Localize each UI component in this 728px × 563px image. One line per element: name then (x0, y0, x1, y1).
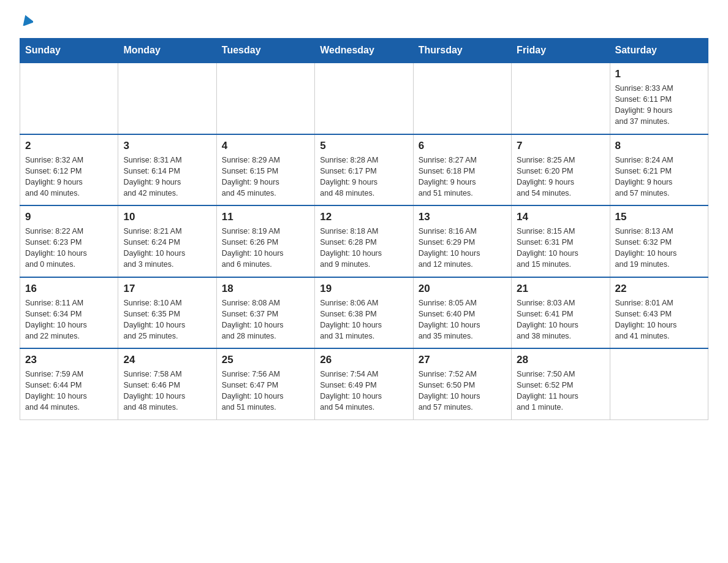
day-number: 1 (615, 68, 703, 80)
logo-triangle-icon (21, 13, 33, 26)
day-info: Sunrise: 8:29 AM Sunset: 6:15 PM Dayligh… (222, 155, 309, 199)
calendar-cell: 9Sunrise: 8:22 AM Sunset: 6:23 PM Daylig… (20, 205, 118, 277)
calendar-cell: 6Sunrise: 8:27 AM Sunset: 6:18 PM Daylig… (413, 134, 511, 206)
day-info: Sunrise: 8:16 AM Sunset: 6:29 PM Dayligh… (419, 226, 506, 270)
weekday-header-wednesday: Wednesday (315, 39, 413, 63)
calendar-cell (118, 63, 216, 134)
weekday-header-friday: Friday (512, 39, 610, 63)
day-info: Sunrise: 7:58 AM Sunset: 6:46 PM Dayligh… (123, 369, 211, 413)
logo (20, 15, 33, 27)
day-number: 27 (419, 354, 506, 366)
day-info: Sunrise: 8:01 AM Sunset: 6:43 PM Dayligh… (615, 297, 703, 342)
day-info: Sunrise: 8:11 AM Sunset: 6:34 PM Dayligh… (25, 297, 113, 342)
day-info: Sunrise: 8:28 AM Sunset: 6:17 PM Dayligh… (320, 155, 408, 199)
calendar-body: 1Sunrise: 8:33 AM Sunset: 6:11 PM Daylig… (20, 63, 708, 419)
calendar-cell: 5Sunrise: 8:28 AM Sunset: 6:17 PM Daylig… (315, 134, 413, 206)
calendar-cell: 8Sunrise: 8:24 AM Sunset: 6:21 PM Daylig… (610, 134, 708, 206)
weekday-header-row: SundayMondayTuesdayWednesdayThursdayFrid… (20, 39, 708, 63)
week-row-2: 2Sunrise: 8:32 AM Sunset: 6:12 PM Daylig… (20, 134, 708, 206)
weekday-header-sunday: Sunday (20, 39, 118, 63)
day-info: Sunrise: 8:03 AM Sunset: 6:41 PM Dayligh… (517, 297, 604, 342)
calendar-cell: 28Sunrise: 7:50 AM Sunset: 6:52 PM Dayli… (512, 348, 610, 419)
day-number: 13 (419, 211, 506, 223)
day-info: Sunrise: 8:31 AM Sunset: 6:14 PM Dayligh… (123, 155, 211, 199)
calendar-cell: 7Sunrise: 8:25 AM Sunset: 6:20 PM Daylig… (512, 134, 610, 206)
page-header (20, 15, 708, 27)
day-info: Sunrise: 8:25 AM Sunset: 6:20 PM Dayligh… (517, 155, 604, 199)
weekday-header-tuesday: Tuesday (216, 39, 314, 63)
day-number: 10 (123, 211, 211, 223)
calendar-cell (512, 63, 610, 134)
calendar-cell (315, 63, 413, 134)
calendar-cell: 15Sunrise: 8:13 AM Sunset: 6:32 PM Dayli… (610, 205, 708, 277)
calendar-header: SundayMondayTuesdayWednesdayThursdayFrid… (20, 39, 708, 63)
day-number: 20 (419, 283, 506, 295)
day-number: 5 (320, 140, 408, 152)
calendar-cell: 24Sunrise: 7:58 AM Sunset: 6:46 PM Dayli… (118, 348, 216, 419)
day-info: Sunrise: 7:59 AM Sunset: 6:44 PM Dayligh… (25, 369, 113, 413)
calendar-cell (610, 348, 708, 419)
day-info: Sunrise: 7:52 AM Sunset: 6:50 PM Dayligh… (419, 369, 506, 413)
svg-marker-0 (21, 13, 33, 26)
calendar-cell: 3Sunrise: 8:31 AM Sunset: 6:14 PM Daylig… (118, 134, 216, 206)
day-info: Sunrise: 7:54 AM Sunset: 6:49 PM Dayligh… (320, 369, 408, 413)
day-number: 15 (615, 211, 703, 223)
day-info: Sunrise: 8:27 AM Sunset: 6:18 PM Dayligh… (419, 155, 506, 199)
day-info: Sunrise: 8:19 AM Sunset: 6:26 PM Dayligh… (222, 226, 309, 270)
day-info: Sunrise: 8:18 AM Sunset: 6:28 PM Dayligh… (320, 226, 408, 270)
day-number: 11 (222, 211, 309, 223)
calendar-cell: 1Sunrise: 8:33 AM Sunset: 6:11 PM Daylig… (610, 63, 708, 134)
calendar-cell: 11Sunrise: 8:19 AM Sunset: 6:26 PM Dayli… (216, 205, 314, 277)
calendar-cell: 25Sunrise: 7:56 AM Sunset: 6:47 PM Dayli… (216, 348, 314, 419)
calendar-cell: 26Sunrise: 7:54 AM Sunset: 6:49 PM Dayli… (315, 348, 413, 419)
day-info: Sunrise: 8:15 AM Sunset: 6:31 PM Dayligh… (517, 226, 604, 270)
calendar-cell: 2Sunrise: 8:32 AM Sunset: 6:12 PM Daylig… (20, 134, 118, 206)
day-info: Sunrise: 8:06 AM Sunset: 6:38 PM Dayligh… (320, 297, 408, 342)
day-info: Sunrise: 8:32 AM Sunset: 6:12 PM Dayligh… (25, 155, 113, 199)
day-info: Sunrise: 8:22 AM Sunset: 6:23 PM Dayligh… (25, 226, 113, 270)
calendar-cell: 20Sunrise: 8:05 AM Sunset: 6:40 PM Dayli… (413, 277, 511, 349)
day-number: 4 (222, 140, 309, 152)
day-number: 12 (320, 211, 408, 223)
calendar-cell: 14Sunrise: 8:15 AM Sunset: 6:31 PM Dayli… (512, 205, 610, 277)
weekday-header-monday: Monday (118, 39, 216, 63)
week-row-5: 23Sunrise: 7:59 AM Sunset: 6:44 PM Dayli… (20, 348, 708, 419)
day-info: Sunrise: 8:33 AM Sunset: 6:11 PM Dayligh… (615, 83, 703, 128)
week-row-1: 1Sunrise: 8:33 AM Sunset: 6:11 PM Daylig… (20, 63, 708, 134)
day-number: 9 (25, 211, 113, 223)
week-row-4: 16Sunrise: 8:11 AM Sunset: 6:34 PM Dayli… (20, 277, 708, 349)
calendar-cell: 17Sunrise: 8:10 AM Sunset: 6:35 PM Dayli… (118, 277, 216, 349)
day-info: Sunrise: 8:10 AM Sunset: 6:35 PM Dayligh… (123, 297, 211, 342)
day-number: 14 (517, 211, 604, 223)
day-number: 17 (123, 283, 211, 295)
day-info: Sunrise: 8:21 AM Sunset: 6:24 PM Dayligh… (123, 226, 211, 270)
day-info: Sunrise: 8:24 AM Sunset: 6:21 PM Dayligh… (615, 155, 703, 199)
week-row-3: 9Sunrise: 8:22 AM Sunset: 6:23 PM Daylig… (20, 205, 708, 277)
day-info: Sunrise: 7:50 AM Sunset: 6:52 PM Dayligh… (517, 369, 604, 413)
day-number: 21 (517, 283, 604, 295)
day-number: 3 (123, 140, 211, 152)
day-number: 24 (123, 354, 211, 366)
day-number: 2 (25, 140, 113, 152)
calendar-cell: 10Sunrise: 8:21 AM Sunset: 6:24 PM Dayli… (118, 205, 216, 277)
calendar-cell: 4Sunrise: 8:29 AM Sunset: 6:15 PM Daylig… (216, 134, 314, 206)
calendar-cell: 16Sunrise: 8:11 AM Sunset: 6:34 PM Dayli… (20, 277, 118, 349)
weekday-header-saturday: Saturday (610, 39, 708, 63)
calendar-cell: 13Sunrise: 8:16 AM Sunset: 6:29 PM Dayli… (413, 205, 511, 277)
day-info: Sunrise: 8:13 AM Sunset: 6:32 PM Dayligh… (615, 226, 703, 270)
calendar-cell: 22Sunrise: 8:01 AM Sunset: 6:43 PM Dayli… (610, 277, 708, 349)
day-number: 25 (222, 354, 309, 366)
day-number: 19 (320, 283, 408, 295)
calendar-cell: 19Sunrise: 8:06 AM Sunset: 6:38 PM Dayli… (315, 277, 413, 349)
calendar-cell: 27Sunrise: 7:52 AM Sunset: 6:50 PM Dayli… (413, 348, 511, 419)
day-number: 16 (25, 283, 113, 295)
day-number: 6 (419, 140, 506, 152)
calendar-cell (413, 63, 511, 134)
day-info: Sunrise: 8:05 AM Sunset: 6:40 PM Dayligh… (419, 297, 506, 342)
calendar-cell: 18Sunrise: 8:08 AM Sunset: 6:37 PM Dayli… (216, 277, 314, 349)
calendar-cell: 21Sunrise: 8:03 AM Sunset: 6:41 PM Dayli… (512, 277, 610, 349)
day-number: 28 (517, 354, 604, 366)
weekday-header-thursday: Thursday (413, 39, 511, 63)
day-number: 22 (615, 283, 703, 295)
day-number: 18 (222, 283, 309, 295)
